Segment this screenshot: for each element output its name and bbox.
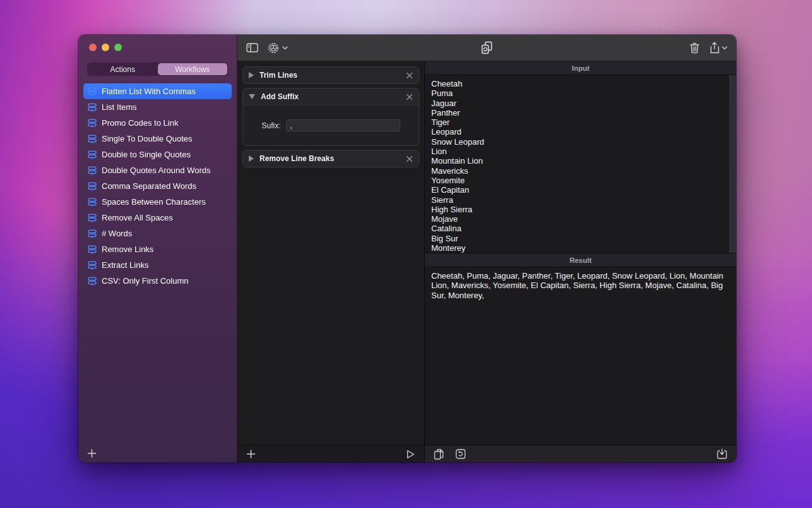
run-workflow-button[interactable] <box>405 449 415 459</box>
input-line: Monterey <box>431 243 730 253</box>
sidebar-item-label: Remove All Spaces <box>102 213 173 222</box>
sidebar-item-label: Single To Double Quotes <box>102 134 193 143</box>
input-line: Jaguar <box>431 99 730 108</box>
scrollbar-track[interactable] <box>729 75 736 253</box>
sidebar-item-label: Comma Separated Words <box>102 181 196 191</box>
sidebar-item-label: Double Quotes Around Words <box>102 166 210 175</box>
chevron-down-icon <box>722 46 727 50</box>
input-line: Panther <box>431 108 730 118</box>
sidebar-item-extract-links[interactable]: Extract Links <box>83 257 232 273</box>
input-text-area[interactable]: CheetahPumaJaguarPantherTigerLeopardSnow… <box>425 75 736 253</box>
close-icon <box>406 72 413 79</box>
remove-step-button[interactable] <box>406 94 413 100</box>
reuse-result-icon <box>455 449 466 459</box>
workflow-list: Flatten List With CommasList ItemsPromo … <box>78 83 237 444</box>
delete-workflow-button[interactable] <box>690 42 700 54</box>
sidebar-item-words[interactable]: # Words <box>83 226 232 241</box>
step-header[interactable]: Trim Lines <box>243 67 419 83</box>
copy-icon <box>434 449 444 460</box>
toggle-sidebar-button[interactable] <box>246 43 258 52</box>
workflow-icon <box>87 134 97 144</box>
input-line: Lion <box>431 147 730 156</box>
disclosure-triangle-icon[interactable] <box>249 72 254 78</box>
sidebar-item-flatten-list-with-commas[interactable]: Flatten List With Commas <box>83 83 232 99</box>
input-line: Mojave <box>431 214 730 224</box>
disclosure-triangle-icon[interactable] <box>249 94 255 99</box>
copy-result-button[interactable] <box>434 449 444 460</box>
step-header[interactable]: Add Suffix <box>243 88 419 105</box>
input-line: Mavericks <box>431 166 730 176</box>
remove-step-button[interactable] <box>406 155 413 162</box>
workflow-icon <box>87 276 97 286</box>
input-header: Input <box>425 61 736 75</box>
share-button[interactable] <box>710 42 727 54</box>
minimize-window-button[interactable] <box>102 44 109 51</box>
step-title: Remove Line Breaks <box>260 154 334 163</box>
step-title: Trim Lines <box>260 71 297 80</box>
input-line: Sierra <box>431 195 730 205</box>
play-icon <box>405 449 415 459</box>
sidebar: Actions Workflows Flatten List With Comm… <box>78 35 237 463</box>
sidebar-item-double-quotes-around-words[interactable]: Double Quotes Around Words <box>83 162 232 178</box>
sidebar-item-label: # Words <box>102 229 132 238</box>
workflow-icon <box>87 102 97 112</box>
steps-list: Trim LinesAdd SuffixSufix:Remove Line Br… <box>237 61 424 445</box>
sidebar-item-double-to-single-quotes[interactable]: Double to Single Quotes <box>83 147 232 162</box>
sidebar-item-remove-links[interactable]: Remove Links <box>83 241 232 257</box>
workflow-icon <box>87 150 97 160</box>
duplicate-refresh-icon <box>481 41 493 55</box>
add-workflow-button[interactable] <box>87 449 97 458</box>
sidebar-item-label: Double to Single Quotes <box>102 150 191 159</box>
close-window-button[interactable] <box>89 44 97 51</box>
workflow-steps-panel: Trim LinesAdd SuffixSufix:Remove Line Br… <box>237 61 425 463</box>
sidebar-item-label: Promo Codes to Link <box>102 118 178 128</box>
add-step-button[interactable] <box>246 449 256 459</box>
step-card-add-suffix: Add SuffixSufix: <box>242 88 419 146</box>
workflow-icon <box>87 87 97 97</box>
sidebar-item-label: List Items <box>102 102 137 112</box>
disclosure-triangle-icon[interactable] <box>249 155 254 162</box>
suffix-input[interactable] <box>286 119 400 131</box>
sidebar-item-csv-only-first-column[interactable]: CSV: Only First Column <box>83 273 232 289</box>
input-line: Leopard <box>431 127 730 136</box>
workflow-icon <box>87 166 97 176</box>
io-panel: Input CheetahPumaJaguarPantherTigerLeopa… <box>425 61 736 463</box>
duplicate-workflow-button[interactable] <box>481 41 493 55</box>
use-result-as-input-button[interactable] <box>455 449 466 459</box>
remove-step-button[interactable] <box>406 72 413 79</box>
sidebar-item-label: CSV: Only First Column <box>102 276 189 286</box>
result-text: Cheetah, Puma, Jaguar, Panther, Tiger, L… <box>431 271 730 300</box>
sidebar-item-list-items[interactable]: List Items <box>83 99 232 115</box>
step-body: Sufix: <box>243 105 419 145</box>
close-icon <box>406 155 413 162</box>
step-card-remove-line-breaks: Remove Line Breaks <box>242 150 419 167</box>
tab-actions[interactable]: Actions <box>88 63 158 75</box>
sidebar-item-label: Flatten List With Commas <box>102 87 196 96</box>
result-header: Result <box>425 253 736 267</box>
chevron-down-icon <box>282 46 288 50</box>
workflow-icon <box>87 229 97 239</box>
toolbar <box>237 35 736 61</box>
step-header[interactable]: Remove Line Breaks <box>243 150 419 167</box>
input-line: Cheetah <box>431 79 730 88</box>
sidebar-item-remove-all-spaces[interactable]: Remove All Spaces <box>83 210 232 226</box>
sidebar-item-comma-separated-words[interactable]: Comma Separated Words <box>83 178 232 194</box>
sidebar-item-promo-codes-to-link[interactable]: Promo Codes to Link <box>83 115 232 131</box>
result-text-area: Cheetah, Puma, Jaguar, Panther, Tiger, L… <box>425 267 736 445</box>
field-label: Sufix: <box>261 121 280 130</box>
settings-button[interactable] <box>267 42 288 54</box>
close-icon <box>406 94 413 100</box>
share-icon <box>710 42 719 54</box>
sidebar-item-label: Spaces Between Characters <box>102 197 206 207</box>
gear-icon <box>267 42 280 54</box>
sidebar-item-single-to-double-quotes[interactable]: Single To Double Quotes <box>83 131 232 147</box>
input-line: Big Sur <box>431 234 730 243</box>
zoom-window-button[interactable] <box>114 44 122 51</box>
save-result-button[interactable] <box>717 449 727 459</box>
sidebar-item-spaces-between-characters[interactable]: Spaces Between Characters <box>83 194 232 210</box>
step-card-trim-lines: Trim Lines <box>242 66 419 84</box>
tab-workflows[interactable]: Workflows <box>158 63 228 75</box>
input-line: Puma <box>431 88 730 98</box>
sidebar-item-label: Extract Links <box>102 260 148 270</box>
workflow-icon <box>87 197 97 207</box>
